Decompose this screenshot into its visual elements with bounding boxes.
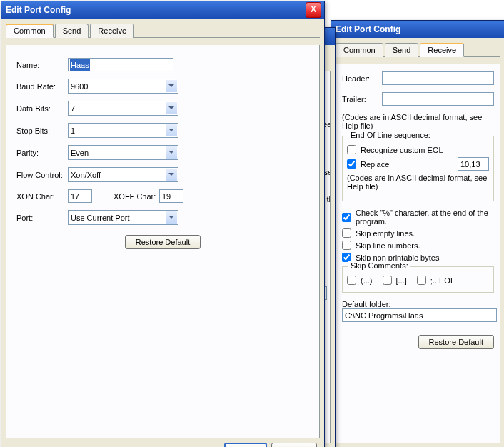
xon-input[interactable] xyxy=(68,189,92,203)
close-button[interactable]: X xyxy=(306,2,321,18)
replace-checkbox[interactable] xyxy=(347,159,356,169)
title-text: Edit Port Config xyxy=(6,5,71,15)
skip-empty-checkbox[interactable] xyxy=(342,228,351,238)
eol-group: End Of Line sequence: Recognize custom E… xyxy=(342,136,494,201)
comment-brack-label: [...] xyxy=(396,276,407,285)
check-percent-label: Check "%" character, at the end of the p… xyxy=(356,209,494,226)
port-select[interactable]: Use Current Port xyxy=(68,210,178,225)
comment-paren-checkbox[interactable] xyxy=(347,276,356,285)
xoff-label: XOFF Char: xyxy=(114,192,159,201)
skip-comments-group: Skip Comments: (...) [...] ;...EOL xyxy=(342,266,494,293)
name-label: Name: xyxy=(16,61,68,69)
tab-receive[interactable]: Receive xyxy=(90,24,134,38)
databits-select[interactable]: 7 xyxy=(68,101,178,116)
stopbits-value: 1 xyxy=(71,126,75,135)
trailer-input[interactable] xyxy=(382,92,494,106)
default-folder-label: Default folder: xyxy=(342,300,494,308)
stopbits-select[interactable]: 1 xyxy=(68,123,178,138)
tab-send[interactable]: Send xyxy=(55,24,89,38)
tab-send[interactable]: Send xyxy=(385,43,419,57)
tab-common[interactable]: Common xyxy=(6,24,54,38)
parity-select[interactable]: Even xyxy=(68,145,178,160)
flow-select[interactable]: Xon/Xoff xyxy=(68,167,178,182)
flow-label: Flow Control: xyxy=(16,171,68,179)
ascii-note-2: (Codes are in ASCII decimal format, see … xyxy=(347,174,489,191)
skip-nonprint-label: Skip non printable bytes xyxy=(356,253,439,262)
baud-select[interactable]: 9600 xyxy=(68,79,178,94)
flow-value: Xon/Xoff xyxy=(71,171,101,179)
tab-common[interactable]: Common xyxy=(336,43,383,57)
databits-value: 7 xyxy=(71,104,75,113)
restore-default-button[interactable]: Restore Default xyxy=(418,335,494,349)
recognize-eol-checkbox[interactable] xyxy=(347,145,356,154)
skip-comments-legend: Skip Comments: xyxy=(348,261,410,270)
skip-lineno-label: Skip line numbers. xyxy=(356,241,420,250)
recognize-eol-label: Recognize custom EOL xyxy=(361,146,443,154)
xoff-input[interactable] xyxy=(159,189,183,203)
check-percent-checkbox[interactable] xyxy=(342,213,351,222)
port-label: Port: xyxy=(16,214,68,222)
comment-brack-checkbox[interactable] xyxy=(383,276,392,285)
xon-label: XON Char: xyxy=(16,192,68,201)
dialog-common: Edit Port Config X Common Send Receive N… xyxy=(1,1,325,447)
tab-strip: Common Send Receive xyxy=(336,42,500,57)
baud-value: 9600 xyxy=(71,82,88,91)
comment-eol-checkbox[interactable] xyxy=(417,276,426,285)
title-bar[interactable]: Edit Port Config X xyxy=(1,1,324,19)
dialog-receive: Edit Port Config Common Send Receive Hea… xyxy=(331,20,504,447)
stopbits-label: Stop Bits: xyxy=(16,126,68,135)
comment-eol-label: ;...EOL xyxy=(430,276,455,285)
title-text: Edit Port Config xyxy=(336,24,400,34)
trailer-label: Trailer: xyxy=(342,95,382,104)
port-value: Use Current Port xyxy=(71,214,130,222)
skip-lineno-checkbox[interactable] xyxy=(342,241,351,250)
default-folder-input[interactable] xyxy=(342,308,497,322)
header-label: Header: xyxy=(342,74,382,83)
comment-paren-label: (...) xyxy=(361,276,373,285)
eol-legend: End Of Line sequence: xyxy=(348,131,433,139)
skip-empty-label: Skip empty lines. xyxy=(356,229,415,238)
replace-label: Replace xyxy=(361,160,389,169)
parity-label: Parity: xyxy=(16,149,68,157)
name-input[interactable] xyxy=(68,58,173,71)
parity-value: Even xyxy=(71,149,89,157)
title-bar[interactable]: Edit Port Config xyxy=(331,21,504,38)
header-input[interactable] xyxy=(382,71,494,85)
cancel-button[interactable]: Cancel xyxy=(271,443,317,447)
replace-input[interactable] xyxy=(458,157,489,171)
tab-strip: Common Send Receive xyxy=(6,23,320,38)
baud-label: Baud Rate: xyxy=(16,82,68,91)
databits-label: Data Bits: xyxy=(16,104,68,113)
tab-receive[interactable]: Receive xyxy=(420,43,464,57)
ok-button[interactable]: OK xyxy=(224,443,267,447)
restore-default-button[interactable]: Restore Default xyxy=(125,235,201,249)
ascii-note: (Codes are in ASCII decimal format, see … xyxy=(342,113,494,130)
